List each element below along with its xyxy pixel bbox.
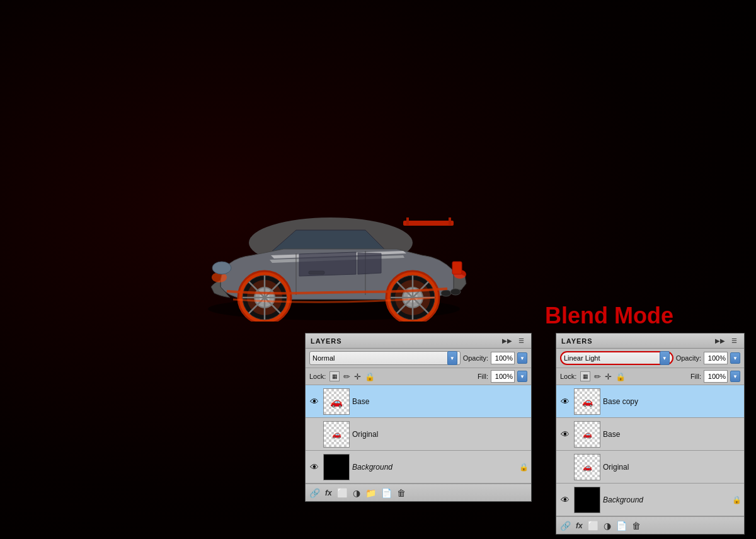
right-panel-header: LAYERS ▶▶ ☰	[556, 333, 744, 349]
svg-point-28	[212, 262, 231, 274]
right-footer-group-icon[interactable]: 📄	[616, 521, 627, 531]
svg-rect-1	[403, 221, 454, 226]
left-opacity-input[interactable]	[491, 352, 515, 364]
left-lock-move[interactable]: ✛	[354, 372, 361, 381]
right-layer-background-lock: 🔒	[732, 496, 742, 504]
left-panel-title: LAYERS	[311, 337, 342, 345]
left-opacity-label: Opacity:	[463, 354, 488, 362]
left-fill-stepper[interactable]: ▼	[517, 371, 527, 382]
right-blend-arrow[interactable]: ▼	[660, 351, 670, 365]
right-fill-label: Fill:	[690, 373, 701, 380]
right-lock-label: Lock:	[560, 373, 576, 380]
right-layer-base-copy[interactable]: 👁 🚗 Base copy	[556, 385, 744, 418]
car-illustration	[170, 183, 491, 322]
right-layer-original[interactable]: 🚗 Original	[556, 451, 744, 484]
right-footer-delete-icon[interactable]: 🗑	[632, 521, 641, 531]
left-layer-base[interactable]: 👁 🚗 Base	[306, 385, 531, 418]
right-fill-stepper[interactable]: ▼	[730, 371, 740, 382]
right-opacity-row: Opacity: ▼	[676, 352, 740, 364]
right-panel-controls: ▶▶ ☰	[713, 337, 739, 344]
left-panel-menu-btn[interactable]: ☰	[517, 337, 526, 344]
layers-panel-right: LAYERS ▶▶ ☰ Linear Light ▼ Opacity: ▼ Lo…	[556, 333, 745, 535]
right-opacity-label: Opacity:	[676, 354, 701, 362]
right-layer-base-thumb: 🚗	[574, 421, 600, 448]
left-opacity-stepper[interactable]: ▼	[517, 352, 527, 364]
right-layer-base-copy-name: Base copy	[603, 397, 742, 406]
right-lock-all[interactable]: 🔒	[616, 372, 626, 381]
right-panel-title: LAYERS	[561, 337, 593, 345]
right-lock-move[interactable]: ✛	[605, 372, 612, 381]
left-layer-original-name: Original	[352, 430, 529, 439]
left-fill-input[interactable]	[491, 370, 515, 383]
right-layer-background[interactable]: 👁 Background 🔒	[556, 484, 744, 516]
left-layer-background-eye[interactable]: 👁	[308, 461, 321, 473]
right-layer-background-eye[interactable]: 👁	[559, 494, 571, 506]
right-panel-menu-btn[interactable]: ☰	[730, 337, 739, 344]
left-footer-group-icon[interactable]: 📁	[365, 488, 376, 498]
blend-mode-heading: Blend Mode	[545, 303, 673, 329]
right-layer-base[interactable]: 👁 🚗 Base	[556, 418, 744, 451]
left-panel-expand-btn[interactable]: ▶▶	[500, 337, 514, 344]
right-blend-select[interactable]: Linear Light ▼	[560, 351, 673, 365]
right-footer-fx-icon[interactable]: fx	[576, 521, 583, 530]
right-panel-footer: 🔗 fx ⬜ ◑ 📄 🗑	[556, 516, 744, 534]
layers-panel-left: LAYERS ▶▶ ☰ Normal ▼ Opacity: ▼ Lock: ▦ …	[305, 333, 532, 502]
left-lock-label: Lock:	[309, 373, 326, 380]
left-layer-base-name: Base	[352, 397, 529, 406]
right-lock-row: Lock: ▦ ✏ ✛ 🔒 Fill: ▼	[556, 368, 744, 385]
right-layer-original-thumb: 🚗	[574, 454, 600, 480]
left-layer-base-eye[interactable]: 👁	[308, 395, 321, 408]
svg-rect-29	[452, 262, 462, 274]
left-layer-background-name: Background	[352, 463, 517, 472]
left-footer-new-icon[interactable]: 📄	[381, 488, 392, 498]
svg-point-5	[441, 290, 451, 296]
left-lock-row: Lock: ▦ ✏ ✛ 🔒 Fill: ▼	[306, 368, 531, 385]
left-layer-background-thumb	[323, 454, 350, 480]
right-layer-base-name: Base	[603, 430, 742, 439]
left-lock-transparency[interactable]: ▦	[329, 371, 340, 381]
left-panel-footer: 🔗 fx ⬜ ◑ 📁 📄 🗑	[306, 484, 531, 501]
right-panel-expand-btn[interactable]: ▶▶	[713, 337, 727, 344]
left-layer-original-thumb: 🚗	[323, 421, 350, 448]
left-layer-original-eye-placeholder	[308, 428, 321, 441]
left-blend-arrow[interactable]: ▼	[447, 351, 457, 365]
left-layer-background[interactable]: 👁 Background 🔒	[306, 451, 531, 484]
right-layer-base-eye[interactable]: 👁	[559, 428, 571, 441]
right-lock-transparency[interactable]: ▦	[580, 371, 590, 381]
left-footer-fx-icon[interactable]: fx	[325, 489, 332, 497]
right-fill-input[interactable]	[704, 370, 728, 383]
left-footer-mask-icon[interactable]: ⬜	[337, 488, 348, 498]
right-footer-mask-icon[interactable]: ⬜	[588, 521, 598, 531]
left-panel-controls: ▶▶ ☰	[500, 337, 526, 344]
left-layer-original[interactable]: 🚗 Original	[306, 418, 531, 451]
svg-point-6	[450, 289, 461, 295]
left-fill-label: Fill:	[478, 373, 488, 380]
right-opacity-input[interactable]	[704, 352, 728, 364]
left-panel-header: LAYERS ▶▶ ☰	[306, 333, 531, 349]
right-layer-original-name: Original	[603, 463, 742, 472]
left-footer-delete-icon[interactable]: 🗑	[397, 488, 406, 498]
left-lock-paint[interactable]: ✏	[343, 372, 350, 381]
left-layer-base-thumb: 🚗	[323, 388, 350, 415]
left-layer-background-lock: 🔒	[519, 463, 529, 472]
right-opacity-stepper[interactable]: ▼	[730, 352, 740, 364]
svg-rect-2	[406, 217, 409, 225]
right-layer-background-thumb	[574, 487, 600, 513]
right-layer-original-eye-placeholder	[559, 461, 571, 473]
left-blend-select[interactable]: Normal ▼	[309, 351, 461, 365]
right-lock-paint[interactable]: ✏	[594, 372, 601, 381]
right-blend-row: Linear Light ▼ Opacity: ▼	[556, 349, 744, 368]
left-opacity-row: Opacity: ▼	[463, 352, 527, 364]
left-footer-link-icon[interactable]: 🔗	[309, 488, 320, 498]
right-footer-link-icon[interactable]: 🔗	[560, 521, 571, 531]
right-blend-value: Linear Light	[564, 354, 600, 362]
left-blend-value: Normal	[312, 354, 335, 362]
svg-rect-3	[449, 217, 451, 225]
right-layer-background-name: Background	[603, 496, 730, 504]
right-fill-section: Fill: ▼	[690, 370, 740, 383]
left-lock-all[interactable]: 🔒	[365, 372, 375, 381]
left-footer-adjustment-icon[interactable]: ◑	[353, 488, 360, 498]
right-layer-base-copy-eye[interactable]: 👁	[559, 395, 571, 408]
right-layer-base-copy-thumb: 🚗	[574, 388, 600, 415]
right-footer-adjustment-icon[interactable]: ◑	[604, 521, 611, 531]
